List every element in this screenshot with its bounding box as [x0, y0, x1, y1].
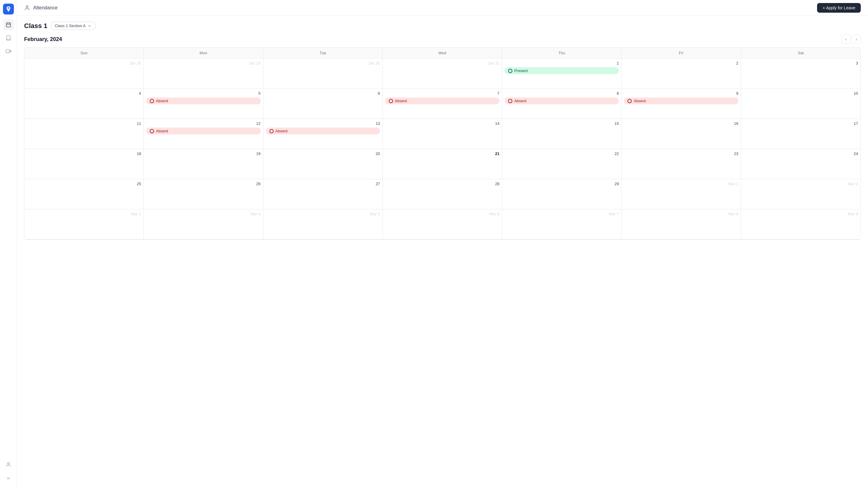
svg-point-8: [26, 5, 28, 7]
day-number: 4: [27, 91, 141, 95]
class-section-dropdown[interactable]: Class 1 Section A: [51, 22, 96, 30]
sidebar-icon-book[interactable]: [3, 33, 14, 44]
day-number: 26: [146, 181, 260, 186]
sidebar-logo: [3, 4, 14, 15]
calendar-cell: 6: [264, 89, 383, 119]
main-content: Attendance + Apply for Leave Class 1 Cla…: [17, 0, 868, 488]
status-badge: Absent: [624, 97, 738, 104]
header: Attendance + Apply for Leave: [17, 0, 868, 16]
calendar-body: Jan 28Jan 29Jan 30Jan 311Present2345Abse…: [24, 58, 861, 239]
absent-icon: [389, 99, 393, 103]
nav-buttons: ‹ ›: [841, 35, 861, 44]
day-number: Mar 5: [266, 212, 380, 216]
calendar-cell: 21: [383, 149, 502, 179]
present-icon: [508, 69, 513, 73]
day-number: Mar 7: [504, 212, 619, 216]
absent-icon: [150, 129, 154, 133]
day-header-mon: Mon: [144, 48, 263, 58]
status-badge: Absent: [266, 127, 380, 135]
collapse-sidebar-button[interactable]: [6, 472, 11, 484]
day-number: 5: [146, 91, 260, 95]
day-number: 15: [504, 121, 619, 126]
calendar-cell: Mar 3: [24, 209, 144, 239]
apply-for-leave-button[interactable]: + Apply for Leave: [817, 3, 861, 13]
calendar-cell: 28: [383, 179, 502, 209]
day-number: 20: [266, 151, 380, 156]
day-number: 21: [385, 151, 499, 156]
day-number: 23: [624, 151, 738, 156]
day-number: 10: [744, 91, 858, 95]
day-number: Mar 8: [624, 212, 738, 216]
day-number: Mar 3: [27, 212, 141, 216]
day-number: Mar 6: [385, 212, 499, 216]
calendar-cell: 13Absent: [264, 119, 383, 149]
day-number: 2: [624, 61, 738, 65]
calendar-cell: 14: [383, 119, 502, 149]
status-label: Absent: [633, 98, 646, 103]
calendar-cell: 27: [264, 179, 383, 209]
svg-rect-6: [6, 50, 9, 53]
calendar-cell: 29: [502, 179, 621, 209]
calendar-cell: Mar 8: [621, 209, 741, 239]
next-month-button[interactable]: ›: [852, 35, 861, 44]
day-number: 22: [504, 151, 619, 156]
status-label: Absent: [276, 129, 287, 133]
sidebar-icon-video[interactable]: [3, 46, 14, 57]
calendar-cell: 19: [144, 149, 263, 179]
calendar-cell: Mar 4: [144, 209, 263, 239]
calendar-cell: Jan 28: [24, 58, 144, 89]
day-number: 25: [27, 181, 141, 186]
day-number: Jan 28: [27, 61, 141, 65]
calendar-cell: 23: [621, 149, 741, 179]
calendar-cell: 7Absent: [383, 89, 502, 119]
day-number: 9: [624, 91, 738, 95]
status-badge: Absent: [504, 97, 619, 104]
status-label: Absent: [156, 98, 168, 103]
day-number: 3: [744, 61, 858, 65]
calendar-cell: 17: [741, 119, 861, 149]
calendar-cell: 22: [502, 149, 621, 179]
day-number: 27: [266, 181, 380, 186]
status-badge: Absent: [146, 127, 260, 135]
day-header-sat: Sat: [741, 48, 861, 58]
chevron-down-icon: [87, 24, 92, 28]
absent-icon: [508, 99, 513, 103]
status-badge: Absent: [385, 97, 499, 104]
calendar-cell: 3: [741, 58, 861, 89]
calendar-cell: 4: [24, 89, 144, 119]
day-number: 14: [385, 121, 499, 126]
day-number: 18: [27, 151, 141, 156]
calendar-cell: 26: [144, 179, 263, 209]
day-number: Jan 31: [385, 61, 499, 65]
day-number: 1: [504, 61, 619, 65]
sidebar-icon-calendar[interactable]: [3, 19, 14, 30]
class-section-value: Class 1 Section A: [55, 24, 86, 28]
class-title: Class 1: [24, 22, 47, 30]
sidebar-bottom: [3, 459, 14, 484]
status-label: Present: [514, 68, 528, 73]
month-navigation: February, 2024 ‹ ›: [24, 35, 861, 44]
calendar-cell: 8Absent: [502, 89, 621, 119]
calendar-cell: 15: [502, 119, 621, 149]
calendar-cell: 9Absent: [621, 89, 741, 119]
prev-month-button[interactable]: ‹: [841, 35, 850, 44]
header-title: Attendance: [33, 5, 58, 10]
day-header-wed: Wed: [383, 48, 502, 58]
class-header: Class 1 Class 1 Section A: [24, 22, 861, 30]
calendar-cell: Jan 30: [264, 58, 383, 89]
content-area: Class 1 Class 1 Section A February, 2024…: [17, 16, 868, 488]
calendar-cell: 10: [741, 89, 861, 119]
day-number: 13: [266, 121, 380, 126]
calendar-cell: 20: [264, 149, 383, 179]
attendance-icon: [24, 5, 30, 11]
calendar: SunMonTueWedThuFriSat Jan 28Jan 29Jan 30…: [24, 47, 861, 240]
day-number: 6: [266, 91, 380, 95]
status-badge: Absent: [146, 97, 260, 104]
status-badge: Present: [504, 67, 619, 74]
day-header-tue: Tue: [264, 48, 383, 58]
svg-point-0: [7, 7, 9, 9]
sidebar-icon-person[interactable]: [3, 459, 14, 470]
calendar-cell: 12Absent: [144, 119, 263, 149]
day-number: Jan 29: [146, 61, 260, 65]
day-number: Mar 1: [624, 181, 738, 186]
